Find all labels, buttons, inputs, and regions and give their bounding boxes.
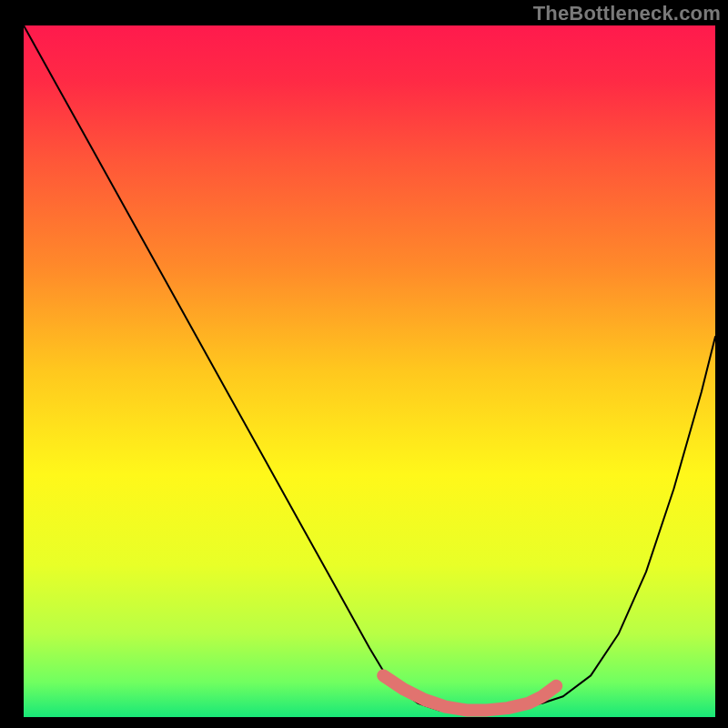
bottleneck-chart [0, 0, 728, 728]
chart-frame: { "watermark": "TheBottleneck.com", "col… [0, 0, 728, 728]
watermark-text: TheBottleneck.com [533, 2, 721, 25]
plot-area [24, 25, 715, 717]
